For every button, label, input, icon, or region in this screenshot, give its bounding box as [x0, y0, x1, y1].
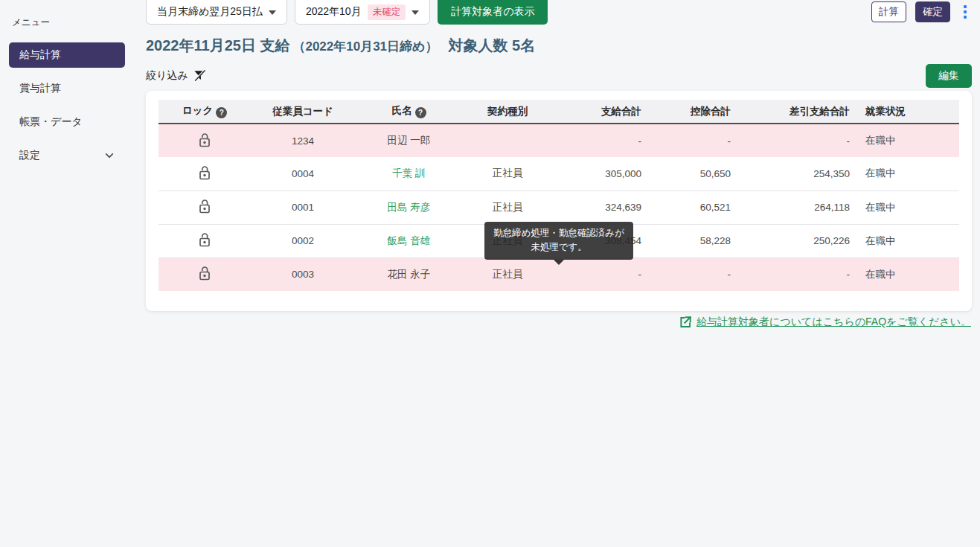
- total-deduction-cell: 60,521: [641, 191, 731, 224]
- sidebar-item-label: 賞与計算: [19, 82, 61, 95]
- employee-code-cell: 0004: [251, 157, 355, 191]
- unlock-icon[interactable]: [196, 198, 213, 214]
- employment-status-cell: 在職中: [850, 124, 959, 157]
- total-pay-cell: -: [552, 257, 641, 291]
- tooltip: 勤怠締め処理・勤怠確認済みが未処理です。: [484, 222, 633, 260]
- employee-code-cell: 0003: [251, 257, 355, 291]
- table-header-row: ロック? 従業員コード 氏名? 契約種別 支給合計 控除合計 差引支給合計 就業…: [158, 100, 959, 124]
- unlock-icon[interactable]: [196, 164, 213, 181]
- sidebar-item-label: 帳票・データ: [19, 115, 83, 129]
- tooltip-text: 勤怠締め処理・勤怠確認済みが未処理です。: [493, 228, 624, 252]
- net-pay-cell: 254,350: [731, 157, 850, 191]
- page-title-target-count: 対象人数 5名: [448, 36, 535, 56]
- page-title-main: 2022年11月25日 支給: [146, 36, 289, 56]
- net-pay-cell: 264,118: [731, 191, 850, 224]
- employee-name-cell: 花田 永子: [355, 257, 463, 291]
- employment-status-cell: 在職中: [850, 224, 959, 257]
- total-pay-cell: -: [552, 124, 641, 157]
- employee-code-cell: 0001: [251, 191, 355, 224]
- pay-month-value: 2022年10月: [306, 5, 362, 19]
- column-header-contract-type: 契約種別: [463, 100, 552, 124]
- sidebar-item-reports[interactable]: 帳票・データ: [9, 109, 125, 135]
- total-deduction-cell: -: [641, 124, 731, 157]
- employment-status-cell: 在職中: [850, 257, 959, 291]
- sidebar-item-payroll[interactable]: 給与計算: [9, 42, 125, 68]
- pay-month-dropdown[interactable]: 2022年10月 未確定: [295, 0, 430, 25]
- sidebar-item-settings[interactable]: 設定: [9, 143, 125, 168]
- chevron-down-icon: [104, 150, 115, 161]
- column-header-employment-status: 就業状況: [850, 100, 959, 124]
- page-title: 2022年11月25日 支給 （2022年10月31日締め） 対象人数 5名: [146, 36, 535, 56]
- table-body: 1234 田辺 一郎 - - - 在職中 0004 千葉 訓 正社員 305,0…: [158, 124, 959, 291]
- column-header-total-pay: 支給合計: [552, 100, 641, 124]
- unconfirmed-status-badge: 未確定: [368, 4, 406, 20]
- column-header-employee-code: 従業員コード: [251, 100, 355, 124]
- total-deduction-cell: 58,228: [641, 224, 731, 257]
- unlock-icon[interactable]: [196, 132, 213, 148]
- total-pay-cell: 305,000: [552, 157, 641, 191]
- table-row[interactable]: 1234 田辺 一郎 - - - 在職中: [158, 124, 959, 157]
- faq-link[interactable]: 給与計算対象者についてはこちらのFAQをご覧ください。: [696, 316, 971, 329]
- employee-name-cell[interactable]: 田島 寿彦: [355, 191, 463, 224]
- pay-cycle-dropdown[interactable]: 当月末締め翌月25日払: [146, 0, 287, 25]
- employee-name-cell[interactable]: 千葉 訓: [355, 157, 463, 191]
- filter-off-icon: [193, 68, 207, 83]
- employee-code-cell: 1234: [251, 124, 355, 157]
- page-title-closing-date: （2022年10月31日締め）: [292, 38, 438, 55]
- sidebar-menu-label: メニュー: [12, 16, 125, 29]
- contract-type-cell: 正社員: [463, 191, 552, 224]
- top-toolbar: 当月末締め翌月25日払 2022年10月 未確定 計算対象者の表示: [146, 0, 548, 25]
- contract-type-cell: [463, 124, 552, 157]
- sidebar-item-label: 設定: [19, 149, 40, 162]
- contract-type-cell: 正社員: [463, 257, 552, 291]
- pay-cycle-value: 当月末締め翌月25日払: [157, 5, 263, 19]
- edit-button[interactable]: 編集: [926, 64, 972, 88]
- unlock-icon[interactable]: [196, 231, 213, 248]
- employment-status-cell: 在職中: [850, 157, 959, 191]
- employee-name-cell[interactable]: 飯島 音雄: [355, 224, 463, 257]
- calculate-button[interactable]: 計算: [871, 1, 906, 22]
- sidebar-item-label: 給与計算: [19, 48, 61, 62]
- column-header-total-deduction: 控除合計: [641, 100, 731, 124]
- external-link-icon: [679, 316, 692, 329]
- unlock-icon[interactable]: [196, 265, 213, 281]
- faq-link-row: 給与計算対象者についてはこちらのFAQをご覧ください。: [679, 316, 971, 329]
- sidebar-item-bonus[interactable]: 賞与計算: [9, 76, 125, 101]
- caret-down-icon: [411, 10, 419, 15]
- confirm-button[interactable]: 確定: [915, 1, 950, 22]
- total-deduction-cell: 50,650: [641, 157, 731, 191]
- filter-label: 絞り込み: [146, 69, 188, 83]
- table-row[interactable]: 0004 千葉 訓 正社員 305,000 50,650 254,350 在職中: [158, 157, 959, 191]
- net-pay-cell: 250,226: [731, 224, 850, 257]
- total-pay-cell: 324,639: [552, 191, 641, 224]
- payroll-table-card: ロック? 従業員コード 氏名? 契約種別 支給合計 控除合計 差引支給合計 就業…: [146, 91, 972, 311]
- table-row[interactable]: 0001 田島 寿彦 正社員 324,639 60,521 264,118 在職…: [158, 191, 959, 224]
- filter-toggle[interactable]: 絞り込み: [146, 68, 207, 83]
- total-deduction-cell: -: [641, 257, 731, 291]
- caret-down-icon: [269, 10, 276, 15]
- show-calculation-targets-button[interactable]: 計算対象者の表示: [438, 0, 548, 25]
- column-header-net-pay: 差引支給合計: [731, 100, 850, 124]
- net-pay-cell: -: [731, 124, 850, 157]
- employee-name-cell: 田辺 一郎: [355, 124, 463, 157]
- top-right-actions: 計算 確定: [871, 1, 971, 22]
- sidebar: メニュー 給与計算 賞与計算 帳票・データ 設定: [0, 0, 134, 547]
- contract-type-cell: 正社員: [463, 157, 552, 191]
- help-icon[interactable]: ?: [415, 107, 426, 118]
- column-header-lock: ロック?: [158, 100, 251, 124]
- column-header-name: 氏名?: [355, 100, 463, 124]
- net-pay-cell: -: [731, 257, 850, 291]
- kebab-menu-icon[interactable]: [959, 2, 971, 22]
- help-icon[interactable]: ?: [216, 107, 227, 118]
- employment-status-cell: 在職中: [850, 191, 959, 224]
- employee-code-cell: 0002: [251, 224, 355, 257]
